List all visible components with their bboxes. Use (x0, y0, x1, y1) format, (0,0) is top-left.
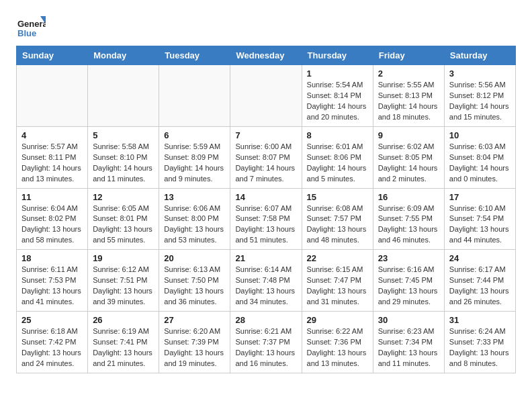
day-cell: 31Sunrise: 6:24 AMSunset: 7:33 PMDayligh… (444, 312, 515, 373)
week-row-4: 18Sunrise: 6:11 AMSunset: 7:53 PMDayligh… (17, 250, 516, 312)
day-number: 16 (378, 192, 439, 202)
day-info: Sunrise: 6:12 AMSunset: 7:51 PMDaylight:… (93, 265, 154, 308)
day-number: 18 (21, 253, 83, 263)
day-info: Sunrise: 6:09 AMSunset: 7:55 PMDaylight:… (378, 203, 439, 246)
day-cell: 30Sunrise: 6:23 AMSunset: 7:34 PMDayligh… (373, 312, 444, 373)
day-cell: 23Sunrise: 6:16 AMSunset: 7:45 PMDayligh… (373, 250, 444, 312)
day-cell: 27Sunrise: 6:20 AMSunset: 7:39 PMDayligh… (159, 312, 230, 373)
day-cell (230, 65, 302, 127)
week-row-1: 1Sunrise: 5:54 AMSunset: 8:14 PMDaylight… (17, 65, 516, 127)
day-info: Sunrise: 6:00 AMSunset: 8:07 PMDaylight:… (235, 142, 296, 185)
day-info: Sunrise: 6:18 AMSunset: 7:42 PMDaylight:… (21, 326, 83, 369)
svg-text:General: General (17, 19, 46, 29)
day-cell: 13Sunrise: 6:06 AMSunset: 8:00 PMDayligh… (159, 188, 230, 250)
day-info: Sunrise: 6:17 AMSunset: 7:44 PMDaylight:… (449, 265, 511, 308)
day-number: 24 (449, 253, 511, 263)
day-cell (17, 65, 88, 127)
day-cell: 29Sunrise: 6:22 AMSunset: 7:36 PMDayligh… (302, 312, 373, 373)
day-info: Sunrise: 5:57 AMSunset: 8:11 PMDaylight:… (21, 142, 83, 185)
day-number: 11 (21, 192, 83, 202)
day-info: Sunrise: 6:02 AMSunset: 8:05 PMDaylight:… (378, 142, 439, 185)
day-number: 31 (449, 315, 511, 325)
day-info: Sunrise: 6:24 AMSunset: 7:33 PMDaylight:… (449, 326, 511, 369)
header: General Blue (0, 0, 532, 46)
day-number: 25 (21, 315, 83, 325)
weekday-header-monday: Monday (88, 46, 159, 65)
day-cell: 18Sunrise: 6:11 AMSunset: 7:53 PMDayligh… (17, 250, 88, 312)
day-cell (88, 65, 159, 127)
day-info: Sunrise: 6:16 AMSunset: 7:45 PMDaylight:… (378, 265, 439, 308)
day-number: 10 (449, 130, 511, 140)
day-number: 20 (164, 253, 225, 263)
day-cell (159, 65, 230, 127)
day-info: Sunrise: 6:13 AMSunset: 7:50 PMDaylight:… (164, 265, 225, 308)
day-info: Sunrise: 6:04 AMSunset: 8:02 PMDaylight:… (21, 203, 83, 246)
weekday-header-row: SundayMondayTuesdayWednesdayThursdayFrid… (17, 46, 516, 65)
day-info: Sunrise: 6:21 AMSunset: 7:37 PMDaylight:… (235, 326, 296, 369)
svg-text:Blue: Blue (17, 28, 36, 38)
day-number: 9 (378, 130, 439, 140)
day-info: Sunrise: 6:05 AMSunset: 8:01 PMDaylight:… (93, 203, 154, 246)
day-cell: 4Sunrise: 5:57 AMSunset: 8:11 PMDaylight… (17, 126, 88, 188)
day-cell: 12Sunrise: 6:05 AMSunset: 8:01 PMDayligh… (88, 188, 159, 250)
day-cell: 28Sunrise: 6:21 AMSunset: 7:37 PMDayligh… (230, 312, 302, 373)
day-info: Sunrise: 6:22 AMSunset: 7:36 PMDaylight:… (307, 326, 368, 369)
day-number: 3 (449, 68, 511, 79)
day-cell: 9Sunrise: 6:02 AMSunset: 8:05 PMDaylight… (373, 126, 444, 188)
week-row-3: 11Sunrise: 6:04 AMSunset: 8:02 PMDayligh… (17, 188, 516, 250)
day-number: 23 (378, 253, 439, 263)
day-info: Sunrise: 6:11 AMSunset: 7:53 PMDaylight:… (21, 265, 83, 308)
day-cell: 26Sunrise: 6:19 AMSunset: 7:41 PMDayligh… (88, 312, 159, 373)
day-info: Sunrise: 6:19 AMSunset: 7:41 PMDaylight:… (93, 326, 154, 369)
day-info: Sunrise: 6:15 AMSunset: 7:47 PMDaylight:… (307, 265, 368, 308)
day-number: 14 (235, 192, 296, 202)
day-cell: 19Sunrise: 6:12 AMSunset: 7:51 PMDayligh… (88, 250, 159, 312)
day-number: 19 (93, 253, 154, 263)
day-number: 13 (164, 192, 225, 202)
day-cell: 22Sunrise: 6:15 AMSunset: 7:47 PMDayligh… (302, 250, 373, 312)
day-info: Sunrise: 5:58 AMSunset: 8:10 PMDaylight:… (93, 142, 154, 185)
day-cell: 3Sunrise: 5:56 AMSunset: 8:12 PMDaylight… (444, 65, 515, 127)
weekday-header-sunday: Sunday (17, 46, 88, 65)
day-info: Sunrise: 6:06 AMSunset: 8:00 PMDaylight:… (164, 203, 225, 246)
day-cell: 20Sunrise: 6:13 AMSunset: 7:50 PMDayligh… (159, 250, 230, 312)
day-info: Sunrise: 6:14 AMSunset: 7:48 PMDaylight:… (235, 265, 296, 308)
day-number: 5 (93, 130, 154, 140)
day-info: Sunrise: 6:08 AMSunset: 7:57 PMDaylight:… (307, 203, 368, 246)
day-cell: 17Sunrise: 6:10 AMSunset: 7:54 PMDayligh… (444, 188, 515, 250)
day-number: 4 (21, 130, 83, 140)
day-number: 27 (164, 315, 225, 325)
day-cell: 21Sunrise: 6:14 AMSunset: 7:48 PMDayligh… (230, 250, 302, 312)
day-number: 17 (449, 192, 511, 202)
weekday-header-wednesday: Wednesday (230, 46, 302, 65)
weekday-header-thursday: Thursday (302, 46, 373, 65)
day-number: 28 (235, 315, 296, 325)
weekday-header-friday: Friday (373, 46, 444, 65)
day-cell: 8Sunrise: 6:01 AMSunset: 8:06 PMDaylight… (302, 126, 373, 188)
day-cell: 7Sunrise: 6:00 AMSunset: 8:07 PMDaylight… (230, 126, 302, 188)
week-row-5: 25Sunrise: 6:18 AMSunset: 7:42 PMDayligh… (17, 312, 516, 373)
day-info: Sunrise: 6:10 AMSunset: 7:54 PMDaylight:… (449, 203, 511, 246)
day-number: 1 (307, 68, 368, 79)
day-info: Sunrise: 6:01 AMSunset: 8:06 PMDaylight:… (307, 142, 368, 185)
day-cell: 10Sunrise: 6:03 AMSunset: 8:04 PMDayligh… (444, 126, 515, 188)
day-cell: 2Sunrise: 5:55 AMSunset: 8:13 PMDaylight… (373, 65, 444, 127)
day-number: 30 (378, 315, 439, 325)
day-cell: 14Sunrise: 6:07 AMSunset: 7:58 PMDayligh… (230, 188, 302, 250)
day-info: Sunrise: 5:54 AMSunset: 8:14 PMDaylight:… (307, 80, 368, 123)
day-cell: 11Sunrise: 6:04 AMSunset: 8:02 PMDayligh… (17, 188, 88, 250)
day-info: Sunrise: 5:59 AMSunset: 8:09 PMDaylight:… (164, 142, 225, 185)
day-cell: 1Sunrise: 5:54 AMSunset: 8:14 PMDaylight… (302, 65, 373, 127)
day-cell: 16Sunrise: 6:09 AMSunset: 7:55 PMDayligh… (373, 188, 444, 250)
day-info: Sunrise: 5:55 AMSunset: 8:13 PMDaylight:… (378, 80, 439, 123)
day-number: 6 (164, 130, 225, 140)
day-info: Sunrise: 6:23 AMSunset: 7:34 PMDaylight:… (378, 326, 439, 369)
day-info: Sunrise: 6:07 AMSunset: 7:58 PMDaylight:… (235, 203, 296, 246)
weekday-header-tuesday: Tuesday (159, 46, 230, 65)
day-cell: 24Sunrise: 6:17 AMSunset: 7:44 PMDayligh… (444, 250, 515, 312)
day-number: 8 (307, 130, 368, 140)
day-cell: 5Sunrise: 5:58 AMSunset: 8:10 PMDaylight… (88, 126, 159, 188)
day-number: 29 (307, 315, 368, 325)
logo-icon: General Blue (16, 11, 46, 40)
calendar-table: SundayMondayTuesdayWednesdayThursdayFrid… (16, 46, 516, 373)
